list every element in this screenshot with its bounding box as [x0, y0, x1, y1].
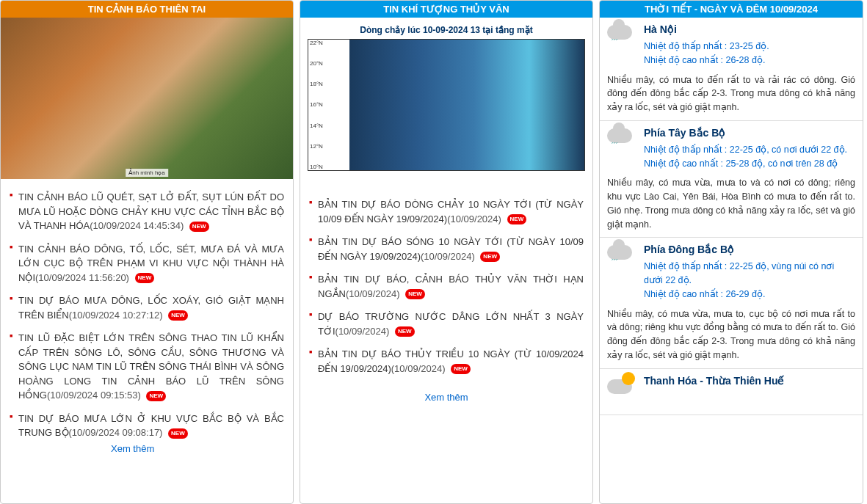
weather-info: Thanh Hóa - Thừa Thiên Huế [644, 375, 855, 391]
weather-header: Phía Đông Bắc Bộ Nhiệt độ thấp nhất : 22… [607, 244, 855, 301]
news-item[interactable]: TIN CẢNH BÁO LŨ QUÉT, SẠT LỞ ĐẤT, SỤT LÚ… [10, 190, 284, 233]
chart-y-axis: 22°N20°N18°N16°N14°N12°N10°N [310, 40, 323, 170]
panel-body-right[interactable]: Hà Nội Nhiệt độ thấp nhất : 23-25 độ. Nh… [600, 18, 863, 503]
weather-item: Phía Tây Bắc Bộ Nhiệt độ thấp nhất : 22-… [600, 121, 863, 238]
new-badge-icon: NEW [168, 428, 188, 439]
new-badge-icon: NEW [405, 289, 425, 299]
cloud-rain-icon [607, 244, 635, 271]
weather-info: Hà Nội Nhiệt độ thấp nhất : 23-25 độ. Nh… [644, 23, 855, 67]
y-tick: 22°N [310, 40, 323, 46]
new-badge-icon: NEW [480, 252, 500, 262]
news-date: (10/09/2024) [447, 213, 501, 224]
new-badge-icon: NEW [395, 326, 415, 337]
news-item[interactable]: BẢN TIN DỰ BÁO SÓNG 10 NGÀY TỚI (TỪ NGÀY… [309, 235, 584, 263]
new-badge-icon: NEW [168, 310, 188, 321]
news-date: (10/09/2024) [335, 326, 390, 337]
y-tick: 10°N [310, 164, 323, 170]
news-item[interactable]: TIN DỰ BÁO MƯA DÔNG, LỐC XOÁY, GIÓ GIẬT … [10, 293, 284, 322]
weather-header: Phía Tây Bắc Bộ Nhiệt độ thấp nhất : 22-… [607, 127, 855, 171]
news-item[interactable]: TIN DỰ BÁO MƯA LỚN Ở KHU VỰC BẮC BỘ VÀ B… [10, 412, 284, 440]
temp-low: Nhiệt độ thấp nhất : 22-25 độ, vùng núi … [644, 260, 855, 288]
news-item[interactable]: TIN CẢNH BÁO DÔNG, TỐ, LỐC, SÉT, MƯA ĐÁ … [10, 242, 284, 285]
news-date: (10/09/2024 09:15:53) [47, 390, 141, 401]
cloud-rain-icon [607, 23, 635, 51]
weather-header: Thanh Hóa - Thừa Thiên Huế [607, 375, 855, 403]
city-name: Hà Nội [644, 23, 855, 35]
y-tick: 12°N [310, 143, 323, 150]
temp-high: Nhiệt độ cao nhất : 25-28 độ, có nơi trê… [644, 157, 855, 171]
disaster-image: Ảnh minh họa [1, 18, 293, 179]
image-caption: Ảnh minh họa [126, 169, 168, 177]
flow-chart: Dòng chảy lúc 10-09-2024 13 tại tầng mặt… [300, 18, 592, 186]
weather-panel: THỜI TIẾT - NGÀY VÀ ĐÊM 10/09/2024 Hà Nộ… [599, 0, 863, 504]
panel-body-mid: Dòng chảy lúc 10-09-2024 13 tại tầng mặt… [300, 18, 592, 503]
new-badge-icon: NEW [146, 391, 166, 401]
y-tick: 16°N [310, 101, 323, 108]
weather-item: Thanh Hóa - Thừa Thiên Huế [600, 369, 863, 415]
news-date: (10/09/2024 10:27:12) [69, 310, 163, 321]
news-item[interactable]: TIN LŨ ĐẶC BIỆT LỚN TRÊN SÔNG THAO TIN L… [10, 331, 284, 403]
y-tick: 20°N [310, 60, 323, 67]
hydromet-news-list: BẢN TIN DỰ BÁO DÒNG CHẢY 10 NGÀY TỚI (TỪ… [300, 194, 592, 388]
panel-title-left: TIN CẢNH BÁO THIÊN TAI [1, 1, 293, 18]
weather-item: Hà Nội Nhiệt độ thấp nhất : 23-25 độ. Nh… [600, 18, 863, 121]
y-tick: 14°N [310, 123, 323, 129]
new-badge-icon: NEW [189, 222, 209, 232]
city-name: Phía Tây Bắc Bộ [644, 127, 855, 139]
city-name: Thanh Hóa - Thừa Thiên Huế [644, 375, 855, 387]
news-date: (10/09/2024 11:56:20) [35, 272, 129, 283]
new-badge-icon: NEW [451, 364, 471, 374]
news-date: (10/09/2024 14:45:34) [90, 220, 184, 231]
news-item[interactable]: BẢN TIN DỰ BÁO THỦY TRIỀU 10 NGÀY (TỪ 10… [309, 347, 584, 376]
temp-high: Nhiệt độ cao nhất : 26-28 độ. [644, 54, 855, 67]
news-date: (10/09/2024) [421, 251, 475, 262]
disaster-warning-panel: TIN CẢNH BÁO THIÊN TAI Ảnh minh họa TIN … [0, 0, 294, 504]
cloud-sun-icon [607, 375, 635, 403]
weather-info: Phía Tây Bắc Bộ Nhiệt độ thấp nhất : 22-… [644, 127, 855, 171]
disaster-news-list: TIN CẢNH BÁO LŨ QUÉT, SẠT LỞ ĐẤT, SỤT LÚ… [1, 186, 293, 453]
city-name: Phía Đông Bắc Bộ [644, 244, 855, 255]
news-item[interactable]: BẢN TIN DỰ BÁO, CẢNH BÁO THỦY VĂN THỜI H… [309, 272, 584, 301]
panel-title-mid: TIN KHÍ TƯỢNG THỦY VĂN [300, 1, 592, 18]
news-item[interactable]: BẢN TIN DỰ BÁO DÒNG CHẢY 10 NGÀY TỚI (TỪ… [309, 197, 584, 226]
weather-desc: Nhiều mây, có mưa to đến rất to và rải r… [607, 73, 855, 114]
temp-low: Nhiệt độ thấp nhất : 22-25 độ, có nơi dư… [644, 143, 855, 157]
weather-header: Hà Nội Nhiệt độ thấp nhất : 23-25 độ. Nh… [607, 23, 855, 67]
temp-high: Nhiệt độ cao nhất : 26-29 độ. [644, 288, 855, 302]
weather-item: Phía Đông Bắc Bộ Nhiệt độ thấp nhất : 22… [600, 238, 863, 368]
temp-low: Nhiệt độ thấp nhất : 23-25 độ. [644, 40, 855, 54]
y-tick: 18°N [310, 81, 323, 87]
weather-info: Phía Đông Bắc Bộ Nhiệt độ thấp nhất : 22… [644, 244, 855, 301]
news-item[interactable]: DỰ BÁO TRƯỜNG NƯỚC DÂNG LỚN NHẤT 3 NGÀY … [309, 310, 584, 338]
news-date: (10/09/2024 09:08:17) [69, 427, 163, 438]
panel-title-right: THỜI TIẾT - NGÀY VÀ ĐÊM 10/09/2024 [600, 1, 863, 18]
hydromet-panel: TIN KHÍ TƯỢNG THỦY VĂN Dòng chảy lúc 10-… [300, 0, 593, 504]
new-badge-icon: NEW [135, 273, 155, 283]
cloud-rain-icon [607, 127, 635, 155]
see-more-left[interactable]: Xem thêm [111, 443, 154, 454]
news-date: (10/09/2024) [391, 363, 446, 374]
new-badge-icon: NEW [507, 214, 527, 224]
news-date: (10/09/2024) [346, 288, 400, 299]
panel-body-left: Ảnh minh họa TIN CẢNH BÁO LŨ QUÉT, SẠT L… [1, 18, 293, 503]
see-more-mid[interactable]: Xem thêm [300, 388, 592, 410]
chart-title: Dòng chảy lúc 10-09-2024 13 tại tầng mặt [308, 25, 585, 35]
chart-map: 22°N20°N18°N16°N14°N12°N10°N [308, 39, 585, 171]
weather-desc: Nhiều mây, có mưa vừa, mưa to và có nơi … [607, 176, 855, 231]
weather-desc: Nhiều mây, có mưa vừa, mưa to, cục bộ có… [607, 307, 855, 362]
